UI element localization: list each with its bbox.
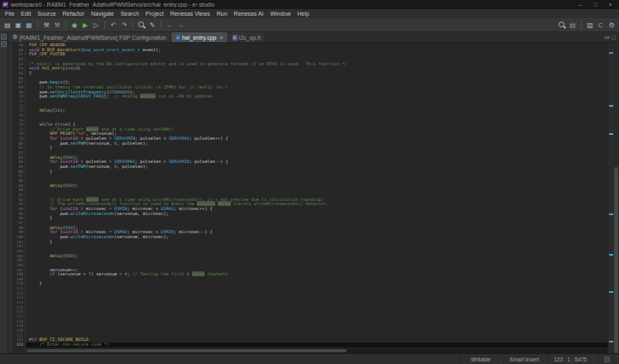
restore-project-explorer-icon[interactable] xyxy=(1,34,7,40)
minimize-view-icon[interactable]: ▭ xyxy=(604,34,610,41)
left-trim-bar xyxy=(0,32,8,353)
cpp-file-icon: C xyxy=(175,35,180,41)
menu-help[interactable]: Help xyxy=(294,11,312,17)
cursor-position-status: 123 : 1 : 5475 xyxy=(546,354,594,364)
forward-icon[interactable]: → xyxy=(175,20,185,30)
menu-renesas-ai[interactable]: Renesas AI xyxy=(231,11,267,17)
close-button[interactable]: × xyxy=(604,2,617,7)
menu-renesas-views[interactable]: Renesas Views xyxy=(167,11,214,17)
toolbar-separator xyxy=(65,21,66,29)
header-file-icon: h xyxy=(233,35,238,41)
fsp-perspective-icon[interactable]: ⚙ xyxy=(607,20,617,30)
mark-occurrences-icon[interactable]: ✎ xyxy=(147,20,157,30)
restore-console-icon[interactable] xyxy=(1,41,7,47)
toolbar-separator xyxy=(581,21,582,29)
save-icon[interactable]: ▣ xyxy=(13,20,23,30)
vertical-scrollbar-thumb[interactable] xyxy=(614,167,618,353)
toolbar-right-group: ▤▧C⚙ xyxy=(557,20,617,30)
tab-label: i2c_op.h xyxy=(239,35,261,41)
cpp-perspective-icon[interactable]: C xyxy=(596,20,606,30)
menu-refactor[interactable]: Refactor xyxy=(60,11,88,17)
writable-status: Writable xyxy=(459,354,502,364)
open-perspective-icon[interactable]: ▧ xyxy=(585,20,595,30)
toolbar-separator xyxy=(132,21,133,29)
horizontal-scrollbar-thumb[interactable] xyxy=(26,349,347,352)
horizontal-scrollbar[interactable] xyxy=(26,348,607,353)
menu-file[interactable]: File xyxy=(2,11,17,17)
menu-source[interactable]: Source xyxy=(34,11,59,17)
insert-mode-status: Smart Insert xyxy=(502,354,546,364)
toolbar-left-group: ▤▣▦⚒⚒◉▶▷↶↷✎←→ xyxy=(2,20,185,30)
tab-i2c-op-h[interactable]: h i2c_op.h xyxy=(228,32,266,42)
menu-window[interactable]: Window xyxy=(266,11,294,17)
maximize-view-icon[interactable]: □ xyxy=(612,35,616,41)
title-bar: e² workspace0 - RA8M1_Feather_AdafruitPW… xyxy=(0,0,619,9)
e2-studio-window: e² workspace0 - RA8M1_Feather_AdafruitPW… xyxy=(0,0,619,364)
menu-project[interactable]: Project xyxy=(142,11,167,17)
tab-fsp-configuration[interactable]: ⚙ [RA8M1_Feather_AdafruitPWMServo] FSP C… xyxy=(8,32,171,42)
toolbar-separator xyxy=(161,21,161,29)
external-tools-icon[interactable]: ▷ xyxy=(91,20,101,30)
menu-bar: FileEditSourceRefactorNavigateSearchProj… xyxy=(0,9,619,18)
tab-label: [RA8M1_Feather_AdafruitPWMServo] FSP Con… xyxy=(19,35,166,41)
save-all-icon[interactable]: ▦ xyxy=(24,20,34,30)
run-icon[interactable]: ▶ xyxy=(80,20,90,30)
debug-icon[interactable]: ◉ xyxy=(70,20,79,30)
menu-search[interactable]: Search xyxy=(118,11,142,17)
gear-icon: ⚙ xyxy=(12,34,17,41)
code-line[interactable]: /* Enter non-secure code */ xyxy=(26,342,607,347)
code-lines[interactable]: FSP_CPP_HEADERvoid R_BSP_WarmStart(bsp_w… xyxy=(26,43,607,348)
app-icon: e² xyxy=(2,2,8,7)
menu-navigate[interactable]: Navigate xyxy=(88,11,118,17)
line-number[interactable]: 123 xyxy=(12,342,23,347)
toolbar-separator xyxy=(37,21,38,29)
tab-label: hal_entry.cpp xyxy=(182,35,217,41)
code-editor[interactable]: 5960616263646566676869707172737475767778… xyxy=(8,43,619,353)
editor-tab-bar: ⚙ [RA8M1_Feather_AdafruitPWMServo] FSP C… xyxy=(8,32,619,43)
menu-run[interactable]: Run xyxy=(214,11,231,17)
build-project-icon[interactable]: ⚒ xyxy=(52,20,62,30)
new-file-icon[interactable]: ▤ xyxy=(2,20,12,30)
gutter[interactable]: 5960616263646566676869707172737475767778… xyxy=(12,43,26,353)
redo-icon[interactable]: ↷ xyxy=(119,20,129,30)
vertical-scrollbar[interactable] xyxy=(613,43,619,353)
maximize-button[interactable]: □ xyxy=(589,2,602,7)
build-all-icon[interactable]: ⚒ xyxy=(41,20,51,30)
toolbar-separator xyxy=(104,21,105,29)
search-icon[interactable] xyxy=(137,20,146,30)
status-bar: Writable Smart Insert 123 : 1 : 5475 xyxy=(0,353,619,364)
toolbar: ▤▣▦⚒⚒◉▶▷↶↷✎←→ ▤▧C⚙ xyxy=(0,18,619,32)
menu-edit[interactable]: Edit xyxy=(17,11,34,17)
progress-view-icon[interactable] xyxy=(604,357,610,362)
outline-icon[interactable]: ▤ xyxy=(568,20,578,30)
quick-search-icon[interactable] xyxy=(557,20,567,30)
minimize-button[interactable]: – xyxy=(574,2,587,7)
close-tab-icon[interactable]: × xyxy=(219,35,223,41)
back-icon[interactable]: ← xyxy=(165,20,175,30)
window-title: workspace0 - RA8M1_Feather_AdafruitPWMSe… xyxy=(11,2,214,7)
tab-hal-entry-cpp[interactable]: C hal_entry.cpp × xyxy=(171,32,228,42)
undo-icon[interactable]: ↶ xyxy=(108,20,118,30)
overview-ruler[interactable] xyxy=(607,43,613,353)
